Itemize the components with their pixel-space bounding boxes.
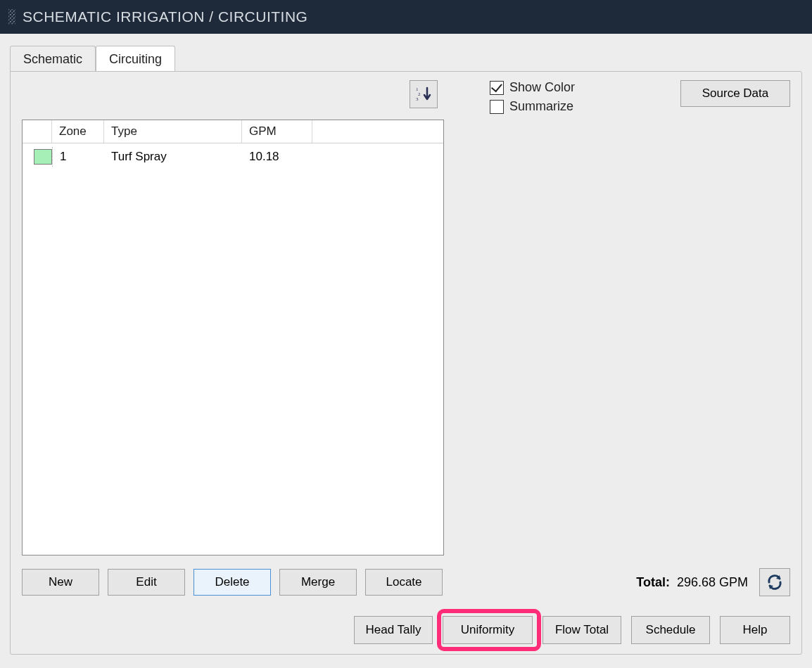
grid-header-row: Zone Type GPM [23,120,443,143]
drag-grip-icon[interactable] [8,9,15,25]
tab-circuiting[interactable]: Circuiting [96,46,175,72]
row-color-cell [23,146,52,167]
color-swatch-icon [34,149,52,165]
bottom-buttons: Head Tally Uniformity Flow Total Schedul… [354,616,790,644]
source-data-button[interactable]: Source Data [680,80,790,107]
merge-button[interactable]: Merge [279,569,357,596]
numeric-sort-icon: 1 2 3 [414,85,433,103]
uniformity-button[interactable]: Uniformity [443,616,533,644]
row-gpm-cell: 10.18 [242,147,312,167]
total-section: Total: 296.68 GPM [636,568,790,596]
refresh-icon [766,574,784,591]
total-label: Total: [636,575,670,589]
svg-text:3: 3 [416,96,419,102]
grid-header-gpm[interactable]: GPM [242,120,312,143]
panel-body: Schematic Circuiting 1 2 3 Show Color [0,34,812,668]
tabs: Schematic Circuiting [1,35,811,71]
zones-grid[interactable]: Zone Type GPM 1 Turf Spray 10.18 [22,120,444,555]
row-type-cell: Turf Spray [104,147,242,167]
grid-action-buttons: New Edit Delete Merge Locate Total: 296.… [22,568,790,596]
row-zone-cell: 1 [52,147,104,167]
checkbox-icon [490,81,504,95]
checkbox-icon [490,100,504,114]
schedule-button[interactable]: Schedule [631,616,710,644]
grid-header-type[interactable]: Type [104,120,242,143]
show-color-label: Show Color [509,80,575,95]
tab-schematic[interactable]: Schematic [10,46,96,72]
grid-row[interactable]: 1 Turf Spray 10.18 [23,143,443,170]
title-bar[interactable]: SCHEMATIC IRRIGATION / CIRCUITING [0,0,812,34]
tab-panel: 1 2 3 Show Color Summarize Source Data [10,71,802,655]
top-controls: 1 2 3 Show Color Summarize Source Data [22,80,790,114]
new-button[interactable]: New [22,569,99,596]
grid-header-spare [312,120,443,143]
summarize-checkbox[interactable]: Summarize [490,99,575,114]
head-tally-button[interactable]: Head Tally [354,616,433,644]
grid-header-color[interactable] [23,120,52,143]
edit-button[interactable]: Edit [108,569,185,596]
numeric-sort-button[interactable]: 1 2 3 [410,80,438,108]
summarize-label: Summarize [509,99,573,114]
locate-button[interactable]: Locate [365,569,443,596]
help-button[interactable]: Help [720,616,790,644]
window-title: SCHEMATIC IRRIGATION / CIRCUITING [23,8,307,25]
svg-text:2: 2 [418,91,421,97]
grid-header-zone[interactable]: Zone [52,120,104,143]
refresh-button[interactable] [759,568,790,596]
flow-total-button[interactable]: Flow Total [543,616,621,644]
delete-button[interactable]: Delete [194,569,271,596]
total-value: 296.68 GPM [677,575,748,589]
show-color-checkbox[interactable]: Show Color [490,80,575,95]
